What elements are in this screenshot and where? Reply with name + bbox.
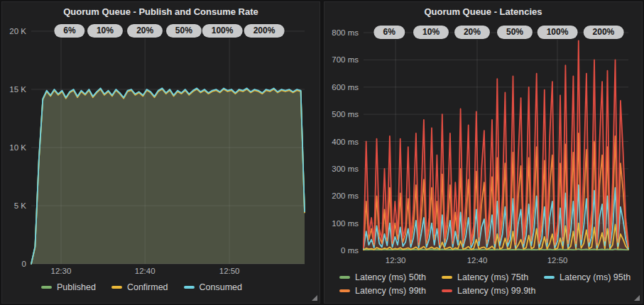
rate-chart-plot <box>31 31 305 264</box>
y-axis-tick: 500 ms <box>332 110 359 118</box>
annotation-pill[interactable]: 6% <box>54 24 84 38</box>
annotation-pill[interactable]: 50% <box>497 26 533 39</box>
y-axis-tick: 700 ms <box>332 55 359 64</box>
latency-chart-plot <box>364 33 628 250</box>
annotation-pill[interactable]: 100% <box>537 26 578 39</box>
legend-label: Published <box>57 282 96 292</box>
legend-label: Latency (ms) 99th <box>355 286 426 296</box>
panel-title[interactable]: Quorum Queue - Latencies <box>324 6 642 17</box>
panel-latencies: Quorum Queue - Latencies 800 ms700 ms600… <box>324 1 643 304</box>
y-axis-tick: 15 K <box>9 85 26 94</box>
panel-publish-consume-rate: Quorum Queue - Publish and Consume Rate … <box>1 1 320 304</box>
legend-item[interactable]: Latency (ms) 99th <box>339 286 426 296</box>
x-axis-tick: 12:30 <box>386 256 406 265</box>
legend: PublishedConfirmedConsumed <box>41 282 242 292</box>
legend-item[interactable]: Latency (ms) 95th <box>544 272 631 282</box>
legend-label: Consumed <box>200 282 242 292</box>
legend-swatch-icon <box>442 289 452 292</box>
legend-item[interactable]: Latency (ms) 99.9th <box>442 286 535 296</box>
legend-label: Latency (ms) 95th <box>560 272 631 282</box>
legend-item[interactable]: Published <box>41 282 96 292</box>
y-axis: 800 ms700 ms600 ms500 ms400 ms300 ms200 … <box>324 2 359 303</box>
legend-label: Confirmed <box>127 282 168 292</box>
legend-swatch-icon <box>339 289 350 292</box>
x-axis-tick: 12:40 <box>467 256 488 265</box>
rate-chart[interactable] <box>31 31 305 264</box>
y-axis-tick: 800 ms <box>332 28 359 37</box>
annotation-pill[interactable]: 200% <box>244 24 285 38</box>
annotation-pill[interactable]: 6% <box>374 26 405 39</box>
legend-item[interactable]: Latency (ms) 50th <box>339 272 426 282</box>
annotation-pill[interactable]: 10% <box>413 26 449 39</box>
x-axis-tick: 12:30 <box>51 267 72 275</box>
y-axis-tick: 100 ms <box>332 219 359 228</box>
annotation-pill[interactable]: 200% <box>584 26 624 39</box>
annotation-pill[interactable]: 100% <box>202 24 243 38</box>
legend-label: Latency (ms) 75th <box>457 272 528 282</box>
legend-swatch-icon <box>184 286 195 289</box>
x-axis-tick: 12:50 <box>547 256 568 265</box>
legend-swatch-icon <box>41 286 52 289</box>
x-axis-tick: 12:50 <box>219 267 240 275</box>
y-axis-tick: 300 ms <box>332 165 359 173</box>
annotation-pill[interactable]: 20% <box>454 26 490 39</box>
panel-resize-handle[interactable] <box>312 295 317 301</box>
legend: Latency (ms) 50thLatency (ms) 75thLatenc… <box>339 272 642 296</box>
y-axis-tick: 5 K <box>14 201 26 210</box>
y-axis: 20 K15 K10 K5 K0 <box>2 2 26 303</box>
panel-title[interactable]: Quorum Queue - Publish and Consume Rate <box>2 6 320 17</box>
legend-item[interactable]: Consumed <box>184 282 242 292</box>
annotation-pill[interactable]: 50% <box>166 24 202 38</box>
legend-swatch-icon <box>442 276 452 279</box>
y-axis-tick: 200 ms <box>332 192 359 200</box>
legend-item[interactable]: Latency (ms) 75th <box>442 272 528 282</box>
legend-swatch-icon <box>111 286 122 289</box>
y-axis-tick: 0 ms <box>341 246 359 255</box>
y-axis-tick: 10 K <box>9 143 26 152</box>
panel-resize-handle[interactable] <box>634 295 640 301</box>
y-axis-tick: 600 ms <box>332 83 359 92</box>
annotation-pill[interactable]: 20% <box>127 24 163 38</box>
legend-label: Latency (ms) 50th <box>355 272 426 282</box>
grafana-dashboard: Quorum Queue - Publish and Consume Rate … <box>0 0 644 305</box>
legend-swatch-icon <box>339 276 350 279</box>
x-axis-tick: 12:40 <box>135 267 155 275</box>
annotation-pill[interactable]: 10% <box>87 24 123 38</box>
legend-item[interactable]: Confirmed <box>111 282 168 292</box>
latency-chart[interactable] <box>364 33 628 250</box>
y-axis-tick: 400 ms <box>332 138 359 146</box>
legend-swatch-icon <box>544 276 555 279</box>
legend-label: Latency (ms) 99.9th <box>457 286 535 296</box>
y-axis-tick: 20 K <box>9 27 26 35</box>
y-axis-tick: 0 <box>22 260 26 268</box>
